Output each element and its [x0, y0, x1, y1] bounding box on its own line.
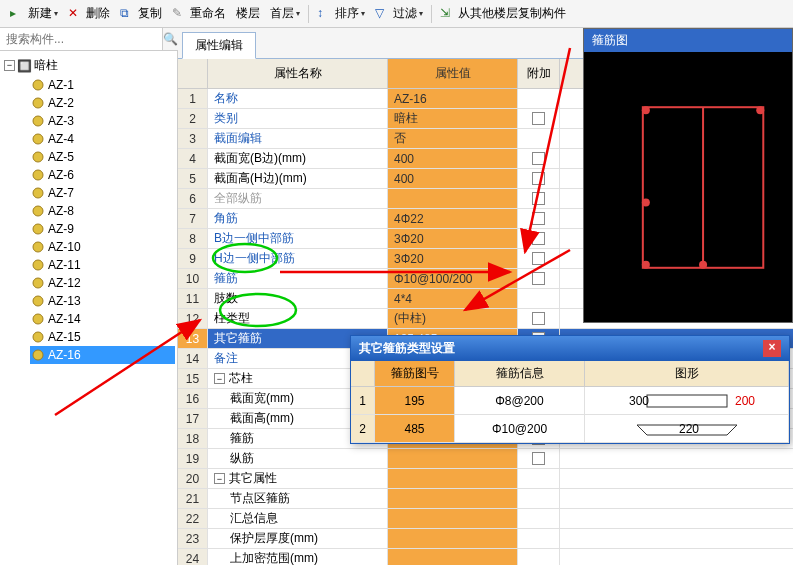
copy-button[interactable]: ⧉复制	[116, 3, 166, 24]
dialog-row[interactable]: 2485Φ10@200220	[351, 415, 789, 443]
tree-item-label: AZ-16	[48, 348, 81, 362]
property-value[interactable]	[388, 189, 518, 208]
dialog-header-shape: 图形	[585, 361, 789, 387]
search-button[interactable]: 🔍	[162, 28, 178, 50]
property-value[interactable]: (中柱)	[388, 309, 518, 328]
property-name: 截面高(H边)(mm)	[208, 169, 388, 188]
new-button[interactable]: ▸新建▾	[6, 3, 62, 24]
grid-row[interactable]: 19纵筋	[178, 449, 793, 469]
property-value[interactable]: 暗柱	[388, 109, 518, 128]
property-name: 节点区箍筋	[208, 489, 388, 508]
checkbox[interactable]	[532, 152, 545, 165]
property-value[interactable]	[388, 489, 518, 508]
dialog-row[interactable]: 1195Φ8@200300200	[351, 387, 789, 415]
svg-point-13	[33, 314, 43, 324]
tree-item[interactable]: AZ-10	[30, 238, 175, 256]
tree-item[interactable]: AZ-4	[30, 130, 175, 148]
row-index: 14	[178, 349, 208, 368]
grid-row[interactable]: 23保护层厚度(mm)	[178, 529, 793, 549]
tree-item[interactable]: AZ-8	[30, 202, 175, 220]
property-value[interactable]: 否	[388, 129, 518, 148]
property-name: 名称	[208, 89, 388, 108]
property-value[interactable]: 3Φ20	[388, 249, 518, 268]
checkbox[interactable]	[532, 452, 545, 465]
svg-point-21	[642, 261, 650, 269]
tree-item[interactable]: AZ-6	[30, 166, 175, 184]
checkbox[interactable]	[532, 112, 545, 125]
property-value[interactable]: Φ10@100/200	[388, 269, 518, 288]
delete-button[interactable]: ✕删除	[64, 3, 114, 24]
tree-item[interactable]: AZ-7	[30, 184, 175, 202]
search-bar: 🔍	[0, 28, 177, 51]
property-value[interactable]: 400	[388, 149, 518, 168]
tree-item[interactable]: AZ-9	[30, 220, 175, 238]
property-value[interactable]: 400	[388, 169, 518, 188]
dialog-close-button[interactable]: ×	[763, 340, 781, 357]
checkbox[interactable]	[532, 172, 545, 185]
first-floor-dropdown[interactable]: 首层 ▾	[266, 3, 304, 24]
property-value[interactable]	[388, 529, 518, 548]
property-value[interactable]	[388, 449, 518, 468]
collapse-icon[interactable]: −	[4, 60, 15, 71]
row-index: 15	[178, 369, 208, 388]
floor-button[interactable]: 楼层	[232, 3, 264, 24]
row-index: 6	[178, 189, 208, 208]
property-value[interactable]: 3Φ20	[388, 229, 518, 248]
tree-root[interactable]: − 🔲 暗柱	[2, 55, 175, 76]
checkbox[interactable]	[532, 192, 545, 205]
checkbox[interactable]	[532, 212, 545, 225]
property-extra	[518, 449, 560, 468]
grid-row[interactable]: 24上加密范围(mm)	[178, 549, 793, 565]
filter-button[interactable]: ▽过滤▾	[371, 3, 427, 24]
property-name: 全部纵筋	[208, 189, 388, 208]
grid-row[interactable]: 20−其它属性	[178, 469, 793, 489]
svg-point-3	[33, 134, 43, 144]
stirrup-number[interactable]: 195	[375, 387, 455, 414]
tab-property-edit[interactable]: 属性编辑	[182, 32, 256, 59]
search-input[interactable]	[0, 28, 162, 50]
tree-item-label: AZ-9	[48, 222, 74, 236]
stirrup-shape[interactable]: 220	[585, 415, 789, 442]
svg-point-7	[33, 206, 43, 216]
dialog-titlebar[interactable]: 其它箍筋类型设置 ×	[351, 336, 789, 361]
property-value[interactable]: 4Φ22	[388, 209, 518, 228]
tree-item[interactable]: AZ-16	[30, 346, 175, 364]
checkbox[interactable]	[532, 232, 545, 245]
property-extra	[518, 529, 560, 548]
checkbox[interactable]	[532, 272, 545, 285]
tree-item[interactable]: AZ-13	[30, 292, 175, 310]
stirrup-shape[interactable]: 300200	[585, 387, 789, 414]
tree-item[interactable]: AZ-5	[30, 148, 175, 166]
property-value[interactable]: AZ-16	[388, 89, 518, 108]
stirrup-number[interactable]: 485	[375, 415, 455, 442]
property-value[interactable]	[388, 509, 518, 528]
row-index: 5	[178, 169, 208, 188]
tree-item[interactable]: AZ-2	[30, 94, 175, 112]
property-value[interactable]	[388, 469, 518, 488]
stirrup-info[interactable]: Φ10@200	[455, 415, 585, 442]
checkbox[interactable]	[532, 312, 545, 325]
dialog-row-idx: 2	[351, 415, 375, 442]
svg-text:200: 200	[735, 394, 755, 408]
checkbox[interactable]	[532, 252, 545, 265]
tree-item[interactable]: AZ-3	[30, 112, 175, 130]
tree-item[interactable]: AZ-12	[30, 274, 175, 292]
grid-row[interactable]: 22汇总信息	[178, 509, 793, 529]
tree-item[interactable]: AZ-11	[30, 256, 175, 274]
import-button[interactable]: ⇲从其他楼层复制构件	[436, 3, 570, 24]
sort-button[interactable]: ↕排序▾	[313, 3, 369, 24]
tree-item[interactable]: AZ-1	[30, 76, 175, 94]
separator	[308, 5, 309, 23]
grid-row[interactable]: 21节点区箍筋	[178, 489, 793, 509]
property-value[interactable]	[388, 549, 518, 565]
collapse-icon[interactable]: −	[214, 473, 225, 484]
tree-item[interactable]: AZ-14	[30, 310, 175, 328]
tree-item[interactable]: AZ-15	[30, 328, 175, 346]
rename-button[interactable]: ✎重命名	[168, 3, 230, 24]
property-extra	[518, 469, 560, 488]
property-value[interactable]: 4*4	[388, 289, 518, 308]
stirrup-info[interactable]: Φ8@200	[455, 387, 585, 414]
collapse-icon[interactable]: −	[214, 373, 225, 384]
row-index: 19	[178, 449, 208, 468]
tree-item-label: AZ-10	[48, 240, 81, 254]
